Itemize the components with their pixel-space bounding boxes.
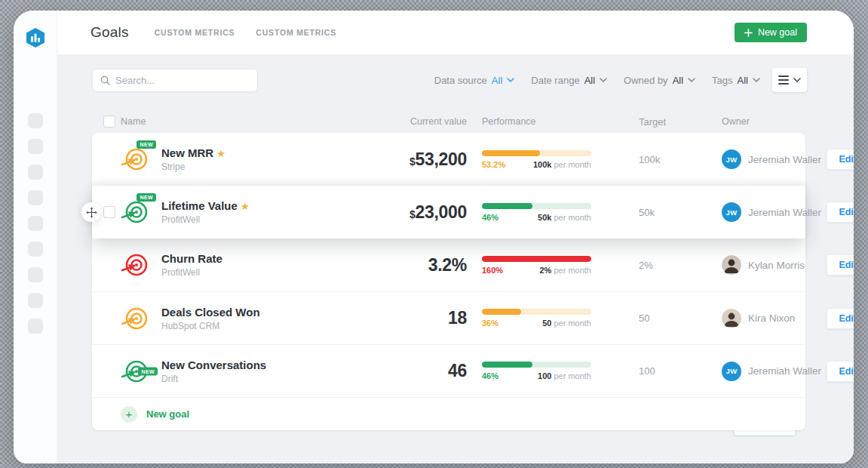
edit-button-group: Edit <box>827 254 854 276</box>
goal-row-churn-rate[interactable]: Churn Rate ProfitWell 3.2% 160% 2% per m… <box>92 239 805 291</box>
owner-name: Jeremiah Waller <box>748 154 821 165</box>
filter-tags[interactable]: Tags All <box>712 75 760 86</box>
sidebar-item-placeholder[interactable] <box>28 139 43 154</box>
drag-handle[interactable] <box>81 202 101 222</box>
goal-name: New Conversations <box>161 359 266 371</box>
table-header: Name Current value Performance Target Ow… <box>92 110 807 133</box>
goal-source: Drift <box>161 374 266 384</box>
progress-bar <box>482 150 591 156</box>
goal-name: New MRR <box>161 146 213 159</box>
goal-row-new-mrr[interactable]: NEW New MRR★ Stripe $53,200 53.2% 100k p… <box>92 133 805 186</box>
tab-custom-metrics-1[interactable]: CUSTOM METRICS <box>155 28 235 37</box>
edit-button-group: Edit <box>827 202 854 223</box>
tabs: CUSTOM METRICS CUSTOM METRICS <box>155 28 336 37</box>
performance-cell: 46% 50k per month <box>482 203 591 222</box>
current-value: 18 <box>375 308 467 328</box>
avatar: JW <box>722 362 741 381</box>
target-value: 50k <box>639 207 699 218</box>
edit-button[interactable]: Edit <box>827 362 854 381</box>
avatar: JW <box>722 202 741 222</box>
search-input[interactable] <box>115 75 250 86</box>
owner-name: Kylan Morris <box>748 260 805 271</box>
avatar: JW <box>722 149 741 169</box>
goal-row-new-conversations[interactable]: NEW New Conversations Drift 46 46% 100 p… <box>92 344 805 397</box>
edit-button[interactable]: Edit <box>827 149 854 169</box>
edit-button[interactable]: Edit <box>827 202 854 222</box>
app-window: Goals CUSTOM METRICS CUSTOM METRICS New … <box>14 11 854 463</box>
current-value: 46 <box>375 361 467 381</box>
sidebar <box>14 11 57 463</box>
owner-cell: JW Jeremiah Waller <box>722 149 825 169</box>
filter-owned-by[interactable]: Owned by All <box>624 75 695 86</box>
owner-cell: JW Jeremiah Waller <box>722 202 825 222</box>
chevron-down-icon <box>753 78 760 82</box>
goals-content: Data source All Date range All <box>57 54 854 463</box>
favorite-star-icon[interactable]: ★ <box>241 201 250 212</box>
goal-row-lifetime-value[interactable]: NEW Lifetime Value★ ProfitWell $23,000 4… <box>92 186 805 239</box>
sidebar-nav <box>28 113 43 334</box>
footer-new-goal-link[interactable]: New goal <box>146 408 189 420</box>
avatar-photo <box>722 309 741 328</box>
performance-cell: 53.2% 100k per month <box>482 150 591 169</box>
row-checkbox[interactable] <box>103 206 115 218</box>
app-logo[interactable] <box>25 27 46 48</box>
add-goal-plus-icon[interactable]: + <box>121 406 137 423</box>
chevron-down-icon <box>600 78 607 82</box>
goal-name: Lifetime Value <box>161 199 238 212</box>
goal-row-deals-closed-won[interactable]: Deals Closed Won HubSpot CRM 18 36% 50 p… <box>92 291 805 344</box>
column-current-value: Current value <box>375 116 467 127</box>
progress-bar <box>482 203 591 209</box>
progress-percent: 46% <box>482 371 498 380</box>
avatar-photo <box>722 255 741 275</box>
top-bar: Goals CUSTOM METRICS CUSTOM METRICS New … <box>57 11 854 54</box>
sidebar-item-placeholder[interactable] <box>28 242 43 257</box>
progress-percent: 160% <box>482 266 503 275</box>
sidebar-item-placeholder[interactable] <box>28 165 43 180</box>
performance-cell: 36% 50 per month <box>482 309 591 328</box>
chevron-down-icon <box>507 78 514 82</box>
owner-name: Jeremiah Waller <box>748 207 821 218</box>
new-goal-button[interactable]: New goal <box>735 23 807 42</box>
move-cursor-icon <box>86 207 97 218</box>
edit-button[interactable]: Edit <box>827 255 854 275</box>
progress-percent: 36% <box>482 319 498 328</box>
goal-cadence: 2% per month <box>540 266 592 275</box>
owner-cell: Kira Nixon <box>722 309 825 328</box>
goal-name: Deals Closed Won <box>161 306 260 319</box>
filter-data-source[interactable]: Data source All <box>434 75 515 86</box>
sidebar-item-placeholder[interactable] <box>28 267 43 282</box>
owner-name: Kira Nixon <box>748 313 795 324</box>
performance-cell: 46% 100 per month <box>482 362 591 380</box>
owner-name: Jeremiah Waller <box>748 365 821 377</box>
sidebar-item-placeholder[interactable] <box>28 293 43 308</box>
edit-button[interactable]: Edit <box>827 309 854 328</box>
goal-name: Churn Rate <box>161 252 222 265</box>
target-value: 100k <box>639 154 699 165</box>
target-value: 2% <box>639 260 699 271</box>
chevron-down-icon <box>793 78 801 82</box>
edit-button-group: Edit <box>827 149 854 170</box>
sidebar-item-placeholder[interactable] <box>28 190 43 205</box>
goal-cadence: 100k per month <box>533 160 591 169</box>
current-value: $53,200 <box>375 149 467 170</box>
sidebar-item-placeholder[interactable] <box>28 216 43 231</box>
current-value: $23,000 <box>375 202 467 223</box>
databox-logo-icon <box>25 27 46 48</box>
progress-percent: 53.2% <box>482 160 505 169</box>
sidebar-item-placeholder[interactable] <box>28 319 43 334</box>
list-view-menu-button[interactable] <box>772 68 807 92</box>
tab-custom-metrics-2[interactable]: CUSTOM METRICS <box>256 28 336 37</box>
filter-date-range[interactable]: Date range All <box>531 75 607 86</box>
sidebar-item-placeholder[interactable] <box>28 113 43 128</box>
goal-cadence: 100 per month <box>538 371 591 380</box>
favorite-star-icon[interactable]: ★ <box>216 148 225 159</box>
progress-bar <box>482 362 591 368</box>
goal-target-icon <box>121 304 149 333</box>
new-badge: NEW <box>136 140 156 149</box>
goal-source: ProfitWell <box>161 267 222 278</box>
select-all-checkbox[interactable] <box>103 115 115 128</box>
goal-cadence: 50 per month <box>542 319 591 328</box>
target-value: 100 <box>639 365 699 377</box>
edit-button-group: Edit <box>827 308 854 329</box>
owner-cell: JW Jeremiah Waller <box>722 362 825 381</box>
